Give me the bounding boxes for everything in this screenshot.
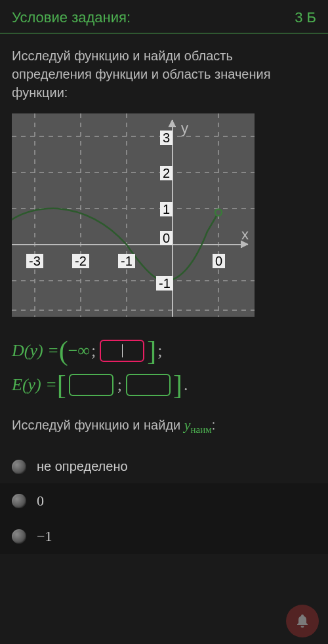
ytick-0: 0 <box>160 231 173 245</box>
option-label: не определено <box>37 459 128 474</box>
y-axis-label: y <box>181 120 188 136</box>
D-close-bracket: ] <box>147 338 156 363</box>
D-open-paren: ( <box>59 338 68 363</box>
range-formula: E(y) = [ ; ] . <box>12 371 316 399</box>
D-tail: ; <box>157 341 162 361</box>
option-label: 0 <box>37 493 44 510</box>
xtick-m2: -2 <box>72 254 89 268</box>
bell-icon <box>295 613 310 629</box>
q2-sub: наим <box>191 424 212 435</box>
option-undefined[interactable]: не определено <box>12 450 316 483</box>
E-lhs: E(y) = <box>12 375 57 395</box>
xtick-0: 0 <box>213 254 225 268</box>
xtick-m3: -3 <box>26 254 43 268</box>
options-list: не определено 0 −1 <box>12 450 316 554</box>
q2-pre: Исследуй функцию и найди <box>12 418 184 432</box>
xtick-m1: -1 <box>118 254 135 268</box>
option-label: −1 <box>37 528 52 545</box>
domain-upper-input[interactable] <box>100 340 144 362</box>
D-minus-inf: −∞ <box>68 341 90 361</box>
ytick-1: 1 <box>160 202 173 216</box>
D-sep: ; <box>91 341 96 361</box>
radio-icon <box>12 460 26 474</box>
E-sep: ; <box>117 375 122 395</box>
header-title: Условие задания: <box>12 9 131 26</box>
radio-icon <box>12 494 26 508</box>
ytick-3: 3 <box>160 131 173 145</box>
E-open-bracket: [ <box>57 372 66 397</box>
option-zero[interactable]: 0 <box>0 483 328 519</box>
D-lhs: D(y) = <box>12 341 59 361</box>
E-close-bracket: ] <box>173 372 182 397</box>
E-tail: . <box>184 375 188 395</box>
function-graph: y x 3 2 1 0 -1 -3 -2 -1 0 <box>12 113 255 317</box>
q2-var: y <box>184 416 191 433</box>
task-header: Условие задания: 3 Б <box>0 0 328 33</box>
min-question: Исследуй функцию и найди yнаим: <box>12 416 316 435</box>
ytick-m1: -1 <box>156 276 173 291</box>
range-lower-input[interactable] <box>69 374 113 396</box>
option-minus-one[interactable]: −1 <box>0 519 328 554</box>
q2-post: : <box>212 418 216 432</box>
open-endpoint <box>215 209 222 216</box>
x-axis-label: x <box>241 226 249 243</box>
task-prompt: Исследуй функцию и найди область определ… <box>12 47 316 102</box>
header-score: 3 Б <box>295 9 316 26</box>
range-upper-input[interactable] <box>126 374 171 396</box>
ytick-2: 2 <box>160 166 173 180</box>
radio-icon <box>12 529 26 544</box>
notification-bell-button[interactable] <box>286 605 319 637</box>
domain-formula: D(y) = ( −∞ ; ] ; <box>12 336 316 365</box>
formula-block: D(y) = ( −∞ ; ] ; E(y) = [ ; ] . <box>12 336 316 399</box>
